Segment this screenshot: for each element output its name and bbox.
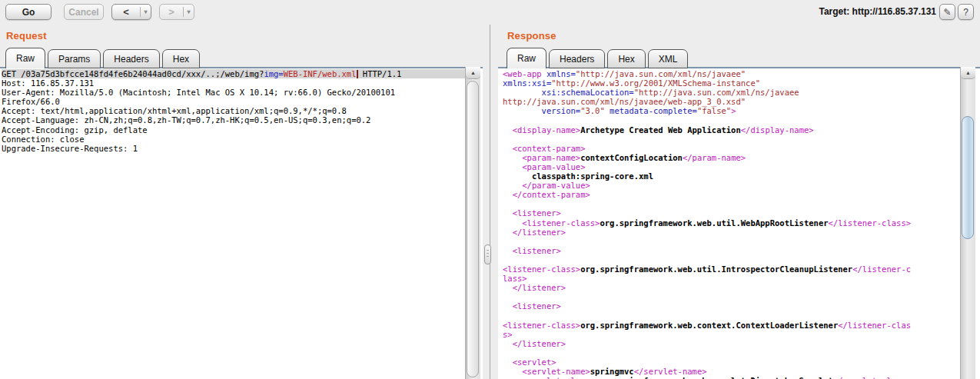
request-panel-title: Request <box>6 30 47 42</box>
help-button[interactable]: ? <box>958 4 974 20</box>
code-line: <context-param> <box>503 144 964 153</box>
go-button[interactable]: Go <box>5 4 51 20</box>
code-line: <listener-class>org.springframework.web.… <box>503 321 964 330</box>
response-raw-text[interactable]: <web-app xmlns="http://java.sun.com/xml/… <box>498 69 964 379</box>
chevron-down-icon[interactable]: ▾ <box>140 7 151 17</box>
code-line: xsi:schemaLocation="http://java.sun.com/… <box>503 88 964 97</box>
code-line: </listener> <box>503 283 964 292</box>
previous-request-button[interactable]: < ▾ <box>111 4 151 20</box>
request-tab-raw[interactable]: Raw <box>5 48 45 68</box>
response-editor[interactable]: <web-app xmlns="http://java.sun.com/xml/… <box>498 67 980 379</box>
code-line: User-Agent: Mozilla/5.0 (Macintosh; Inte… <box>2 88 467 97</box>
code-line: <servlet-class>org.springframework.web.s… <box>503 376 964 379</box>
code-line: </context-param> <box>503 190 964 199</box>
code-line: lass> <box>503 274 964 283</box>
response-panel: Response RawHeadersHexXML <web-app xmlns… <box>495 25 980 379</box>
response-panel-title: Response <box>507 30 556 42</box>
code-line <box>503 115 964 125</box>
code-line: <listener-class>org.springframework.web.… <box>503 218 964 228</box>
scroll-up-button[interactable]: ▲ <box>961 67 975 79</box>
response-tab-hex[interactable]: Hex <box>607 49 645 68</box>
cancel-button[interactable]: Cancel <box>64 4 104 20</box>
code-line: <web-app xmlns="http://java.sun.com/xml/… <box>503 69 964 78</box>
code-line <box>503 255 964 264</box>
toolbar: Go Cancel < ▾ > ▾ Target: http://116.85.… <box>0 0 980 25</box>
target-display: Target: http://116.85.37.131 <box>819 6 936 17</box>
request-editor[interactable]: GET /03a75d3bfcce148fd4fe6b24044ad0cd/xx… <box>0 67 483 379</box>
code-line: s> <box>503 330 964 339</box>
request-tab-headers[interactable]: Headers <box>103 49 159 68</box>
panel-splitter[interactable] <box>490 25 490 379</box>
code-line: <display-name>Archetype Created Web Appl… <box>503 125 964 135</box>
code-line: </listener> <box>503 228 964 237</box>
code-line: Upgrade-Insecure-Requests: 1 <box>2 144 467 153</box>
target-url: http://116.85.37.131 <box>852 6 936 17</box>
code-line <box>503 199 964 208</box>
response-scrollbar-thumb[interactable] <box>962 116 974 239</box>
code-line: http://java.sun.com/xml/ns/javaee/web-ap… <box>503 97 964 106</box>
code-line: Connection: close <box>2 135 467 144</box>
response-tab-raw[interactable]: Raw <box>507 48 546 68</box>
code-line: <param-value> <box>503 162 964 171</box>
code-line <box>503 292 964 301</box>
response-tab-xml[interactable]: XML <box>648 49 689 68</box>
edit-target-button[interactable]: ✎ <box>939 4 955 20</box>
code-line <box>503 135 964 144</box>
code-line: <listener> <box>503 301 964 311</box>
code-line: xmlns:xsi="http://www.w3.org/2001/XMLSch… <box>503 78 964 88</box>
code-line: <listener-class>org.springframework.web.… <box>503 264 964 274</box>
chevron-right-icon: > <box>160 6 183 18</box>
response-tabs: RawHeadersHexXML <box>507 48 690 68</box>
panel-splitter-grip[interactable] <box>484 244 491 264</box>
request-scrollbar[interactable]: ▲ <box>465 67 480 379</box>
arrow-up-icon: ▲ <box>470 70 476 75</box>
chevron-down-icon[interactable]: ▾ <box>183 7 194 17</box>
arrow-up-icon: ▲ <box>965 70 971 75</box>
code-line <box>503 348 964 357</box>
code-line: Accept-Language: zh-CN,zh;q=0.8,zh-TW;q=… <box>2 115 467 125</box>
code-line: Accept: text/html,application/xhtml+xml,… <box>2 106 467 115</box>
request-tab-params[interactable]: Params <box>48 49 101 68</box>
code-line: Accept-Encoding: gzip, deflate <box>2 125 467 135</box>
code-line: </listener> <box>503 339 964 348</box>
next-request-button[interactable]: > ▾ <box>159 4 194 20</box>
help-icon: ? <box>963 7 968 18</box>
code-line: <servlet> <box>503 357 964 367</box>
code-line: version="3.0" metadata-complete="false"> <box>503 106 964 115</box>
target-label: Target: <box>819 6 849 17</box>
response-tab-headers[interactable]: Headers <box>549 49 605 68</box>
pencil-icon: ✎ <box>943 7 951 18</box>
code-line: <param-name>contextConfigLocation</param… <box>503 153 964 162</box>
request-scrollbar-thumb[interactable] <box>467 81 479 377</box>
request-raw-text[interactable]: GET /03a75d3bfcce148fd4fe6b24044ad0cd/xx… <box>0 69 467 153</box>
code-line: GET /03a75d3bfcce148fd4fe6b24044ad0cd/xx… <box>2 69 467 78</box>
code-line: </param-value> <box>503 181 964 190</box>
code-line <box>503 311 964 320</box>
code-line <box>503 237 964 246</box>
code-line: <listener> <box>503 208 964 218</box>
response-scrollbar[interactable]: ▲ <box>960 67 975 379</box>
code-line: classpath:spring-core.xml <box>503 171 964 181</box>
request-tabs: RawParamsHeadersHex <box>5 48 202 68</box>
scroll-up-button[interactable]: ▲ <box>466 67 480 79</box>
code-line: <listener> <box>503 246 964 255</box>
chevron-left-icon: < <box>112 6 140 18</box>
code-line: <servlet-name>springmvc</servlet-name> <box>503 367 964 376</box>
code-line: Host: 116.85.37.131 <box>2 78 467 88</box>
request-panel: Request RawParamsHeadersHex GET /03a75d3… <box>0 25 484 379</box>
code-line: Firefox/66.0 <box>2 97 467 106</box>
request-tab-hex[interactable]: Hex <box>162 49 200 68</box>
